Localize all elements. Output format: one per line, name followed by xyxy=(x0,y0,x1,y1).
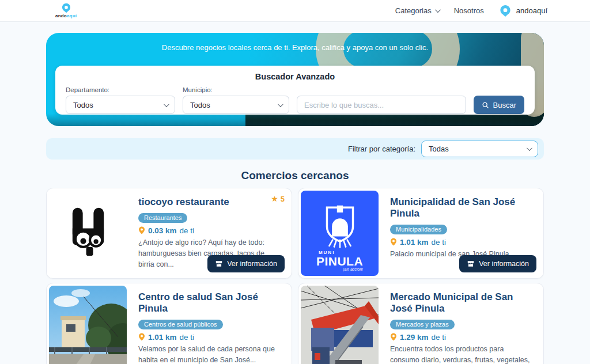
business-title: Municipalidad de San José Pinula xyxy=(390,196,535,219)
search-button[interactable]: Buscar xyxy=(474,96,524,114)
distance-row: 0.03 km de ti xyxy=(138,226,283,235)
department-label: Departamento: xyxy=(66,86,175,93)
business-card-body: ★ 5 tiocoyo restaurante Restaurantes 0.0… xyxy=(129,188,292,278)
municipality-field: Municipio: Todos xyxy=(183,86,289,114)
business-card[interactable]: Centro de salud San José Pinula Centros … xyxy=(46,283,292,364)
nav-brand-label: andoaquí xyxy=(516,6,547,15)
category-badge: Mercados y plazas xyxy=(390,320,455,329)
distance-row: 1.01 km de ti xyxy=(138,333,283,342)
category-filter-bar: Filtrar por categoría: Todas xyxy=(46,138,544,160)
map-pin-icon xyxy=(390,333,397,341)
map-pin-icon xyxy=(138,333,145,341)
hero-bottom-shade xyxy=(46,113,544,126)
business-title: Mercado Municipal de San José Pinula xyxy=(390,291,535,314)
chevron-down-icon xyxy=(278,101,283,107)
advanced-search-panel: Buscador Avanzado Departamento: Todos Mu… xyxy=(55,66,535,115)
storefront-icon xyxy=(215,260,223,268)
department-field: Departamento: Todos xyxy=(66,86,175,114)
business-card-body: Centro de salud San José Pinula Centros … xyxy=(129,283,292,364)
view-info-button[interactable]: Ver información xyxy=(459,255,536,272)
location-pin-icon xyxy=(499,5,512,17)
logo-wordmark: andoaquí xyxy=(55,14,77,18)
category-badge: Restaurantes xyxy=(138,213,187,223)
business-photo: MUNI PINULA ¡En acción! xyxy=(298,188,381,278)
department-select[interactable]: Todos xyxy=(66,96,175,114)
chevron-down-icon xyxy=(435,7,441,13)
business-card[interactable]: ★ 5 tiocoyo restaurante Restaurantes 0.0… xyxy=(46,188,292,279)
business-card-body: Municipalidad de San José Pinula Municip… xyxy=(381,188,543,278)
map-pin-icon xyxy=(138,226,145,234)
nav-links: Categorias Nosotros andoaquí xyxy=(395,5,547,17)
business-card[interactable]: MUNI PINULA ¡En acción! Municipalidad de… xyxy=(298,188,544,279)
business-photo xyxy=(47,283,129,364)
star-icon: ★ xyxy=(271,194,278,203)
business-photo xyxy=(298,283,381,364)
business-card-body: Mercado Municipal de San José Pinula Mer… xyxy=(381,283,543,364)
business-card[interactable]: Mercado Municipal de San José Pinula Mer… xyxy=(298,283,544,364)
location-pin-icon xyxy=(61,3,71,13)
view-info-button[interactable]: Ver información xyxy=(207,255,285,272)
nav-link-categories[interactable]: Categorias xyxy=(395,6,439,15)
search-input[interactable] xyxy=(297,96,466,114)
distance-row: 1.29 km de ti xyxy=(390,333,535,342)
chevron-down-icon xyxy=(164,101,169,107)
nav-link-about[interactable]: Nosotros xyxy=(454,6,484,15)
hero-tagline: Descubre negocios locales cerca de ti. E… xyxy=(46,33,544,52)
hero-banner: Descubre negocios locales cerca de ti. E… xyxy=(46,33,544,126)
rating-badge: ★ 5 xyxy=(271,194,285,203)
nav-brand[interactable]: andoaquí xyxy=(499,5,547,17)
category-filter-select[interactable]: Todas xyxy=(421,141,538,157)
search-icon xyxy=(482,101,489,109)
business-title: tiocoyo restaurante xyxy=(138,196,283,208)
logo-text-main: PINULA xyxy=(316,255,363,267)
site-logo[interactable]: andoaquí xyxy=(55,3,77,18)
search-panel-title: Buscador Avanzado xyxy=(66,72,524,81)
municipality-select[interactable]: Todos xyxy=(183,96,289,114)
municipality-label: Municipio: xyxy=(183,86,289,93)
section-title: Comercios cercanos xyxy=(46,169,544,182)
storefront-icon xyxy=(467,260,475,268)
chevron-down-icon xyxy=(527,145,532,151)
business-description: Velamos por la salud de cada persona que… xyxy=(138,344,283,364)
business-title: Centro de salud San José Pinula xyxy=(138,291,283,314)
distance-row: 1.01 km de ti xyxy=(390,238,535,247)
search-form: Departamento: Todos Municipio: Todos xyxy=(66,86,524,114)
map-pin-icon xyxy=(390,238,397,246)
logo-text-sub: ¡En acción! xyxy=(316,267,363,271)
top-navbar: andoaquí Categorias Nosotros andoaquí xyxy=(0,0,590,22)
category-badge: Municipalidades xyxy=(390,225,447,234)
business-description: Encuentra todos los productos para consu… xyxy=(390,344,535,364)
filter-label: Filtrar por categoría: xyxy=(348,145,415,153)
category-badge: Centros de salud públicos xyxy=(138,320,223,329)
business-photo xyxy=(47,188,129,278)
business-cards-grid: ★ 5 tiocoyo restaurante Restaurantes 0.0… xyxy=(46,188,544,364)
